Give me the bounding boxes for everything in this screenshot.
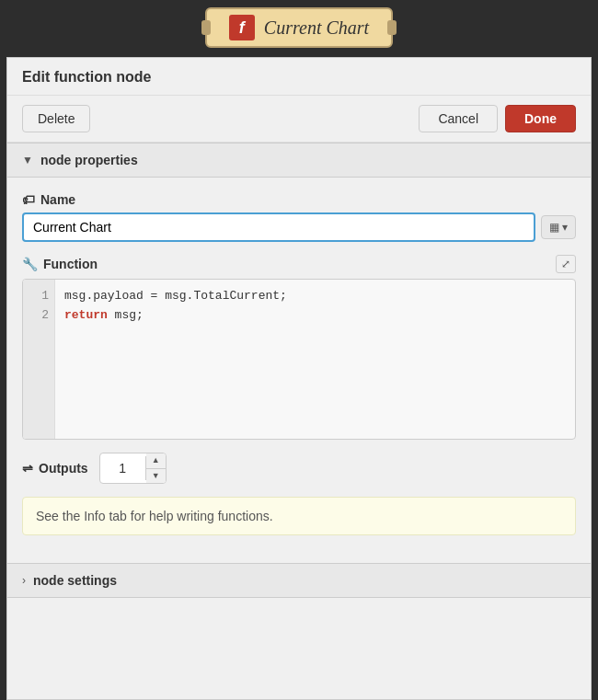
- function-label: 🔧 Function: [22, 257, 98, 271]
- node-settings-label: node settings: [33, 573, 117, 588]
- line-num-1: 1: [29, 287, 49, 306]
- wrench-icon: 🔧: [22, 257, 38, 271]
- spinner-down-button[interactable]: ▼: [146, 469, 166, 484]
- name-label-text: Name: [40, 192, 75, 207]
- node-settings-section-header[interactable]: › node settings: [7, 563, 591, 598]
- main-panel: Edit function node Delete Cancel Done ▼ …: [6, 57, 592, 700]
- code-content: msg.payload = msg.TotalCurrent; return m…: [55, 280, 575, 439]
- name-input[interactable]: [22, 212, 535, 242]
- chevron-collapsed-icon: ›: [22, 574, 26, 587]
- tag-icon: 🏷: [22, 192, 35, 207]
- outputs-row: ⇌ Outputs 1 ▲ ▼: [22, 453, 576, 484]
- title-bar: f Current Chart: [0, 0, 598, 57]
- content-area: 🏷 Name ▦ ▾ 🔧 Function: [7, 178, 591, 563]
- line-numbers: 1 2: [23, 280, 55, 439]
- function-label-text: Function: [43, 257, 98, 271]
- panel-title: Edit function node: [22, 69, 151, 85]
- title-text: Current Chart: [264, 17, 369, 39]
- done-button[interactable]: Done: [505, 105, 576, 132]
- outputs-label: ⇌ Outputs: [22, 461, 88, 476]
- name-label: 🏷 Name: [22, 192, 576, 207]
- name-field-group: 🏷 Name ▦ ▾: [22, 192, 576, 242]
- grid-icon: ▦: [549, 221, 559, 234]
- outputs-label-text: Outputs: [39, 461, 88, 476]
- app-wrapper: f Current Chart Edit function node Delet…: [0, 0, 598, 700]
- input-menu-button[interactable]: ▦ ▾: [541, 215, 576, 239]
- outputs-value: 1: [100, 456, 146, 480]
- cancel-button[interactable]: Cancel: [419, 105, 498, 132]
- expand-button[interactable]: ⤢: [556, 255, 576, 273]
- outputs-spinner[interactable]: 1 ▲ ▼: [99, 453, 167, 484]
- line-num-2: 2: [29, 306, 49, 326]
- info-box: See the Info tab for help writing functi…: [22, 497, 576, 535]
- name-input-row: ▦ ▾: [22, 212, 576, 242]
- outputs-icon: ⇌: [22, 461, 33, 476]
- code-line-2: return msg;: [64, 306, 566, 326]
- dropdown-arrow-icon: ▾: [562, 221, 568, 234]
- spinner-up-button[interactable]: ▲: [146, 453, 166, 469]
- code-editor[interactable]: 1 2 msg.payload = msg.TotalCurrent; retu…: [22, 279, 576, 440]
- delete-button[interactable]: Delete: [22, 105, 90, 132]
- function-icon: f: [229, 15, 255, 40]
- info-text: See the Info tab for help writing functi…: [36, 509, 273, 523]
- node-properties-label: node properties: [40, 153, 138, 167]
- chevron-expanded-icon: ▼: [22, 154, 33, 166]
- panel-header: Edit function node: [7, 58, 591, 96]
- function-field-group: 🔧 Function ⤢ 1 2 msg.payload = msg.Total…: [22, 255, 576, 440]
- title-pill: f Current Chart: [205, 7, 393, 48]
- action-bar: Delete Cancel Done: [7, 96, 591, 143]
- code-line-1: msg.payload = msg.TotalCurrent;: [64, 287, 566, 306]
- function-header: 🔧 Function ⤢: [22, 255, 576, 273]
- node-properties-section-header[interactable]: ▼ node properties: [7, 143, 591, 178]
- spinner-buttons: ▲ ▼: [146, 453, 166, 483]
